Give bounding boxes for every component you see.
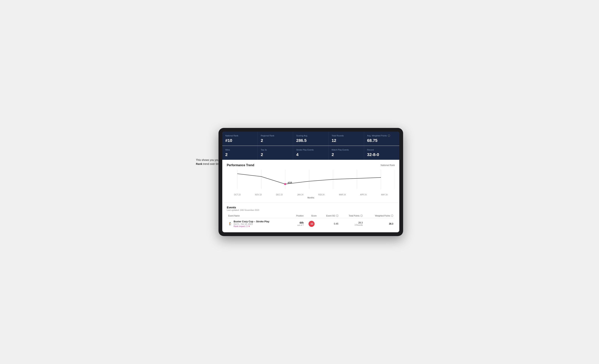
position-value: 6th <box>292 221 304 224</box>
x-label-dec23: DEC 23 <box>269 194 290 196</box>
stat-match-play-label: Match Play Events <box>332 149 361 151</box>
stat-match-play-value: 2 <box>332 152 361 157</box>
chart-x-labels: OCT 23 NOV 23 DEC 23 JAN 24 FEB 24 MAR 2… <box>227 193 395 196</box>
event-name-cell: 🏌️ Buster Cozy Cup – Stroke Play Oct 9 –… <box>227 218 290 230</box>
weighted-points-cell: 28.3 <box>364 218 395 230</box>
x-label-mar24: MAR 24 <box>332 194 353 196</box>
col-event-name: Event Name <box>227 213 290 218</box>
chart-area: #10 <box>227 170 395 193</box>
events-table-header: Event Name Position Score Event SG i Tot… <box>227 213 395 218</box>
tablet: National Rank #10 Regional Rank 2 Scorin… <box>219 128 403 236</box>
events-title: Events <box>227 206 395 209</box>
stat-top3s: Top 3s 2 <box>258 146 293 160</box>
events-table: Event Name Position Score Event SG i Tot… <box>227 213 395 229</box>
stat-stroke-play-value: 4 <box>296 152 325 157</box>
info-icon-tp: i <box>360 215 363 217</box>
stat-avg-weighted: Avg. Weighted Points i 68.75 <box>364 132 399 146</box>
total-rounds: 3 Rounds <box>341 224 363 226</box>
scene: This shows you your National Rank trend … <box>196 128 403 236</box>
total-points-value: 28.3 <box>341 221 363 224</box>
col-total-points: Total Points i <box>340 213 364 218</box>
stat-wins-value: 2 <box>225 152 255 157</box>
stat-record-value: 32-8-0 <box>367 152 396 157</box>
svg-text:#10: #10 <box>288 182 292 184</box>
stat-national-rank-label: National Rank <box>225 134 255 137</box>
stat-top3s-value: 2 <box>261 152 290 157</box>
stat-record-label: Record <box>367 149 396 151</box>
stat-stroke-play: Stroke Play Events 4 <box>293 146 328 160</box>
chart-x-axis-title: Months <box>227 196 395 199</box>
stat-record: Record 32-8-0 <box>364 146 399 160</box>
svg-point-10 <box>284 183 286 185</box>
col-score: Score <box>305 213 318 218</box>
x-label-oct23: OCT 23 <box>227 194 248 196</box>
stat-stroke-play-label: Stroke Play Events <box>296 149 325 151</box>
stat-match-play: Match Play Events 2 <box>329 146 364 160</box>
stat-regional-rank-value: 2 <box>261 138 290 143</box>
golf-icon: 🏌️ <box>228 222 232 225</box>
x-label-feb24: FEB 24 <box>311 194 332 196</box>
col-event-sg: Event SG i <box>318 213 340 218</box>
stat-total-rounds: Total Rounds 12 <box>329 132 364 146</box>
table-row: 🏌️ Buster Cozy Cup – Stroke Play Oct 9 –… <box>227 218 395 230</box>
stat-wins: Wins 2 <box>222 146 257 160</box>
total-points-cell: 28.3 3 Rounds <box>340 218 364 230</box>
stats-grid-row1: National Rank #10 Regional Rank 2 Scorin… <box>222 132 399 146</box>
stat-top3s-label: Top 3s <box>261 149 290 151</box>
score-badge: -22 <box>308 221 315 227</box>
tablet-screen: National Rank #10 Regional Rank 2 Scorin… <box>222 132 399 232</box>
perf-label: National Rank <box>381 164 395 167</box>
stat-national-rank: National Rank #10 <box>222 132 257 146</box>
stat-regional-rank-label: Regional Rank <box>261 134 290 137</box>
info-icon-avg: i <box>388 134 390 137</box>
stat-scoring-avg-value: 286.5 <box>296 138 325 143</box>
stats-grid-row2: Wins 2 Top 3s 2 Stroke Play Events 4 Mat… <box>222 146 399 160</box>
event-sg-cell: 0.45 <box>318 218 340 230</box>
info-icon-sg: i <box>336 215 338 217</box>
stat-total-rounds-value: 12 <box>332 138 361 143</box>
stat-national-rank-value: #10 <box>225 138 255 143</box>
col-position: Position <box>290 213 305 218</box>
col-weighted-points: Weighted Points i <box>364 213 395 218</box>
stat-regional-rank: Regional Rank 2 <box>258 132 293 146</box>
score-cell: -22 <box>305 218 318 230</box>
rank-impact: Rank Impact: 3 ▼ <box>234 225 269 227</box>
info-icon-wp: i <box>391 215 393 217</box>
stat-scoring-avg: Scoring Avg. 286.5 <box>293 132 328 146</box>
x-label-nov23: NOV 23 <box>248 194 269 196</box>
event-name: Buster Cozy Cup – Stroke Play <box>234 220 269 223</box>
chart-svg: #10 <box>227 170 395 193</box>
event-date: Oct 9 – Oct 10, 2023 <box>234 223 269 225</box>
event-details: Buster Cozy Cup – Stroke Play Oct 9 – Oc… <box>234 220 269 227</box>
stat-wins-label: Wins <box>225 149 255 151</box>
x-label-jan24: JAN 24 <box>290 194 311 196</box>
perf-header: Performance Trend National Rank <box>227 164 395 167</box>
x-label-may24: MAY 24 <box>374 194 395 196</box>
events-updated: Last updated: 24th November 2023 <box>227 209 395 211</box>
x-label-apr24: APR 24 <box>353 194 374 196</box>
position-cell: 6th out of 7 <box>290 218 305 230</box>
stat-scoring-avg-label: Scoring Avg. <box>296 134 325 137</box>
stat-avg-weighted-label: Avg. Weighted Points i <box>367 134 396 137</box>
performance-section: Performance Trend National Rank <box>222 160 399 203</box>
perf-title: Performance Trend <box>227 164 254 167</box>
events-section: Events Last updated: 24th November 2023 … <box>222 203 399 232</box>
stat-total-rounds-label: Total Rounds <box>332 134 361 137</box>
weighted-points-value: 28.3 <box>389 222 393 225</box>
stat-avg-weighted-value: 68.75 <box>367 138 396 143</box>
position-sub: out of 7 <box>292 224 304 226</box>
